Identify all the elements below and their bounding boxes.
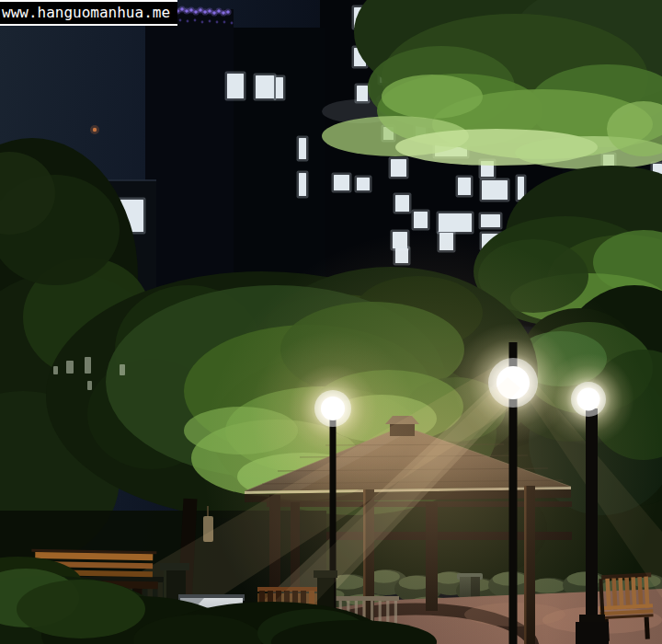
rooftop-light-dim: [231, 22, 234, 25]
lamp-orb: [577, 388, 600, 411]
lit-window: [439, 213, 472, 232]
lamp-base-tier: [579, 615, 605, 622]
distant-light: [93, 128, 97, 132]
lamp-pole: [586, 408, 598, 622]
rooftop-light-dim: [216, 21, 219, 24]
lit-window: [458, 178, 471, 195]
rooftop-light: [180, 7, 184, 11]
rooftop-light: [199, 8, 202, 12]
lit-window: [395, 195, 409, 212]
branch-glint: [87, 381, 92, 390]
lit-window: [357, 178, 370, 190]
rooftop-light: [189, 8, 193, 12]
rooftop-light-dim: [194, 19, 197, 22]
rooftop-light-dim: [179, 19, 182, 22]
stone-pillar-cap: [160, 563, 189, 570]
rooftop-light: [194, 10, 198, 14]
branch-glint: [85, 357, 91, 374]
shrub-clump: [17, 580, 145, 638]
lit-window: [518, 177, 524, 200]
foliage-clump: [382, 75, 483, 119]
rooftop-light-dim: [187, 20, 189, 23]
lit-window: [482, 180, 508, 200]
lit-window: [414, 212, 428, 228]
branch-glint: [53, 366, 58, 374]
lit-window: [391, 159, 406, 177]
rooftop-light: [212, 11, 216, 15]
rooftop-light: [185, 9, 188, 13]
night-park-illustration: www.hanguomanhua.me: [0, 0, 662, 644]
watermark: www.hanguomanhua.me: [0, 0, 177, 26]
lit-window: [357, 86, 368, 101]
rooftop-light: [222, 11, 225, 15]
lit-window: [334, 175, 349, 190]
lit-window: [276, 77, 283, 98]
lamp-base: [576, 622, 609, 644]
rooftop-light: [226, 10, 230, 14]
branch-glint: [120, 364, 125, 375]
lit-window: [256, 75, 274, 98]
lit-window: [481, 214, 500, 227]
rooftop-light-dim: [209, 20, 211, 23]
lamp-orb: [321, 397, 345, 420]
lit-window: [227, 74, 244, 98]
branch-glint: [66, 361, 74, 374]
lit-window: [299, 138, 306, 159]
rooftop-light-dim: [223, 21, 226, 24]
lit-window: [299, 173, 306, 196]
rooftop-light-dim: [201, 21, 204, 24]
rooftop-light: [217, 9, 221, 13]
tower-left: [145, 9, 234, 317]
rooftop-light: [208, 9, 211, 13]
scene-canvas: [0, 0, 662, 644]
rooftop-light: [203, 10, 207, 14]
